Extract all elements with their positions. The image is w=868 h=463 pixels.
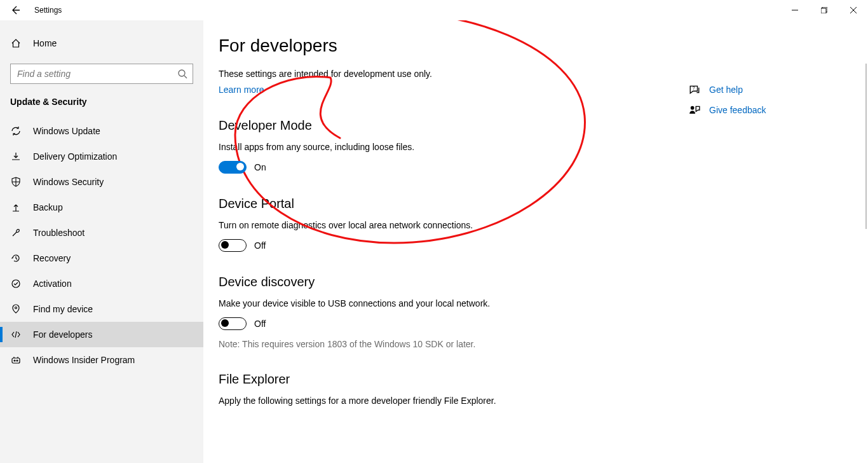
svg-point-10 (17, 360, 18, 361)
sidebar-item-label: Recovery (33, 253, 71, 263)
sync-icon (10, 125, 22, 137)
maximize-icon (821, 7, 827, 13)
svg-line-5 (184, 76, 187, 78)
svg-rect-8 (12, 358, 20, 363)
scrollbar[interactable] (865, 64, 867, 229)
sidebar-item-label: Activation (33, 279, 72, 289)
device-discovery-desc: Make your device visible to USB connecti… (219, 298, 853, 308)
insider-icon (10, 354, 22, 366)
sidebar-item-activation[interactable]: Activation (0, 271, 203, 296)
wrench-icon (10, 227, 22, 238)
file-explorer-desc: Apply the following settings for a more … (219, 396, 853, 406)
device-portal-state: Off (254, 240, 266, 251)
sidebar-item-windows-security[interactable]: Windows Security (0, 169, 203, 195)
learn-more-link[interactable]: Learn more (219, 85, 264, 95)
get-help-label: Get help (709, 85, 743, 95)
sidebar-item-label: Delivery Optimization (33, 151, 117, 162)
device-discovery-note: Note: This requires version 1803 of the … (219, 339, 853, 349)
chat-help-icon: ? (689, 84, 700, 95)
device-portal-group: Device Portal Turn on remote diagnostics… (219, 197, 853, 252)
feedback-icon (689, 104, 700, 116)
device-portal-toggle[interactable] (219, 239, 247, 252)
give-feedback-label: Give feedback (709, 105, 766, 115)
svg-point-4 (179, 70, 185, 76)
svg-point-7 (15, 307, 17, 309)
download-icon (10, 151, 22, 162)
sidebar-item-label: Backup (33, 202, 63, 212)
get-help-link[interactable]: ? Get help (689, 84, 848, 95)
sidebar-item-troubleshoot[interactable]: Troubleshoot (0, 220, 203, 245)
svg-text:?: ? (693, 86, 695, 90)
history-icon (10, 252, 22, 264)
developer-mode-toggle[interactable] (219, 161, 247, 174)
sidebar-item-label: Find my device (33, 304, 93, 314)
maximize-button[interactable] (810, 0, 839, 20)
code-icon (10, 329, 22, 340)
search-field[interactable] (17, 69, 177, 79)
close-button[interactable] (839, 0, 868, 20)
title-bar: Settings (0, 0, 868, 20)
device-portal-heading: Device Portal (219, 197, 853, 211)
developer-mode-desc: Install apps from any source, including … (219, 142, 853, 152)
right-column: ? Get help Give feedback (689, 84, 848, 125)
page-title: For developers (219, 36, 853, 56)
sidebar-item-find-my-device[interactable]: Find my device (0, 296, 203, 322)
sidebar-item-recovery[interactable]: Recovery (0, 245, 203, 271)
device-discovery-heading: Device discovery (219, 275, 853, 289)
sidebar-item-label: Troubleshoot (33, 228, 85, 238)
sidebar-item-label: For developers (33, 329, 92, 340)
search-input[interactable] (10, 64, 193, 84)
sidebar-item-label: Windows Insider Program (33, 355, 135, 365)
home-icon (10, 38, 22, 49)
device-discovery-state: Off (254, 319, 266, 329)
window-title: Settings (31, 6, 62, 15)
location-icon (10, 303, 22, 315)
back-arrow-icon (10, 5, 20, 15)
sidebar-item-for-developers[interactable]: For developers (0, 322, 203, 347)
sidebar-item-label: Windows Security (33, 177, 104, 187)
developer-mode-group: Developer Mode Install apps from any sou… (219, 118, 853, 174)
give-feedback-link[interactable]: Give feedback (689, 104, 848, 116)
developer-mode-state: On (254, 162, 266, 172)
device-discovery-toggle[interactable] (219, 317, 247, 330)
file-explorer-heading: File Explorer (219, 372, 853, 387)
main-content: For developers These settings are intend… (203, 20, 868, 463)
sidebar-item-delivery-optimization[interactable]: Delivery Optimization (0, 144, 203, 169)
check-circle-icon (10, 278, 22, 289)
file-explorer-group: File Explorer Apply the following settin… (219, 372, 853, 406)
sidebar-item-windows-update[interactable]: Windows Update (0, 118, 203, 144)
svg-point-6 (12, 280, 20, 287)
close-icon (850, 7, 857, 13)
minimize-button[interactable] (780, 0, 810, 20)
svg-point-12 (691, 106, 695, 110)
device-discovery-group: Device discovery Make your device visibl… (219, 275, 853, 349)
sidebar-home[interactable]: Home (0, 25, 203, 61)
device-portal-desc: Turn on remote diagnostics over local ar… (219, 220, 853, 230)
sidebar-section-title: Update & Security (0, 93, 203, 118)
page-subtitle: These settings are intended for developm… (219, 69, 853, 79)
search-icon (177, 69, 187, 79)
sidebar: Home Update & Security Windows Update De… (0, 20, 203, 463)
upload-icon (10, 202, 22, 213)
sidebar-home-label: Home (33, 38, 57, 48)
sidebar-item-backup[interactable]: Backup (0, 195, 203, 220)
svg-rect-1 (821, 8, 826, 13)
sidebar-item-windows-insider[interactable]: Windows Insider Program (0, 347, 203, 373)
shield-icon (10, 176, 22, 188)
svg-point-9 (14, 360, 15, 361)
minimize-icon (792, 7, 798, 13)
sidebar-item-label: Windows Update (33, 126, 100, 136)
back-button[interactable] (0, 0, 31, 20)
